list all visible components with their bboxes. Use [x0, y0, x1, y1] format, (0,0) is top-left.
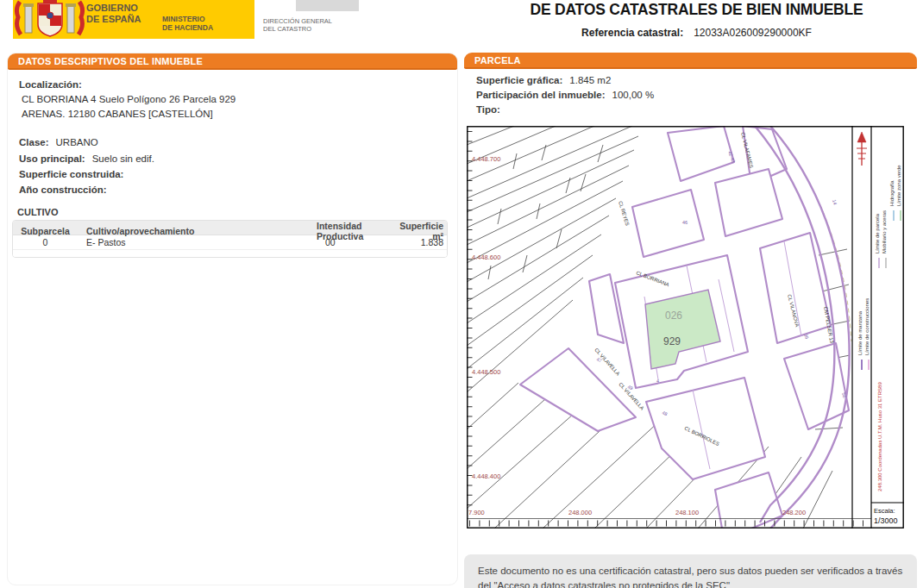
col-cultivo: Cultivo/aprovechamiento [78, 226, 298, 236]
localizacion-line1: CL BORRIANA 4 Suelo Polígono 26 Parcela … [22, 94, 235, 104]
superficie-grafica-label: Superficie gráfica: [476, 75, 562, 85]
header-gray-strip [296, 0, 359, 11]
clase-value: URBANO [56, 137, 98, 147]
disclaimer-box: Este documento no es una certificación c… [464, 554, 917, 588]
legend-limite-zona-verde: Límite zona verde [896, 165, 901, 206]
government-logo-banner: GOBIERNO DE ESPAÑA MINISTERIO DE HACIEND… [13, 0, 254, 39]
ministerio-label: MINISTERIO DE HACIENDA [162, 15, 213, 32]
svg-text:248.100: 248.100 [675, 509, 699, 516]
escala-value: 1/3000 [874, 516, 898, 525]
datos-descriptivos-header: DATOS DESCRIPTIVOS DEL INMUEBLE [8, 53, 457, 70]
svg-text:4: 4 [656, 378, 659, 384]
cell-intensidad: 00 [298, 237, 392, 247]
col-subparcela: Subparcela [13, 226, 78, 236]
cell-superficie: 1.838 [392, 237, 448, 247]
cell-cultivo: E- Pastos [78, 237, 298, 247]
anio-construccion-label: Año construcción: [19, 185, 107, 195]
cultivo-table: Subparcela Cultivo/aprovechamiento Inten… [12, 220, 448, 258]
parcela-header: PARCELA [464, 53, 917, 69]
page-title: DE DATOS CATASTRALES DE BIEN INMUEBLE [479, 1, 914, 19]
cultivo-table-row: 0 E- Pastos 00 1.838 [13, 235, 447, 250]
cultivo-table-header-row: Subparcela Cultivo/aprovechamiento Inten… [13, 221, 447, 235]
participacion-label: Participación del inmueble: [476, 90, 606, 100]
svg-text:4.448.400: 4.448.400 [472, 472, 500, 480]
svg-text:4.448.500: 4.448.500 [472, 368, 500, 376]
participacion-value: 100,00 % [612, 90, 655, 100]
spain-coat-of-arms-icon [13, 0, 86, 39]
cultivo-title: CULTIVO [17, 207, 58, 217]
datos-descriptivos-panel: DATOS DESCRIPTIVOS DEL INMUEBLE [7, 53, 458, 585]
cadastral-map[interactable]: 026 929 CL REYES CL BORRIANA CL VILAVELL… [467, 126, 904, 529]
legend-hidrografia: Hidrografía [889, 180, 895, 206]
cell-subparcela: 0 [13, 237, 78, 247]
gobierno-label: GOBIERNO DE ESPAÑA [86, 3, 141, 25]
clase-label: Clase: [19, 137, 49, 147]
legend-limite-parcela: Límite de parcela [875, 213, 880, 253]
svg-text:4.448.600: 4.448.600 [472, 253, 500, 261]
legend-limite-construcciones: Límite de construcciones [864, 298, 870, 355]
parcela-number-label: 929 [663, 335, 681, 347]
svg-text:7.900: 7.900 [468, 509, 485, 516]
scale-box: Escala: 1/3000 [874, 507, 898, 525]
disclaimer-text: Este documento no es una certificación c… [478, 566, 902, 588]
referencia-label: Referencia catastral: [581, 27, 683, 39]
svg-text:46: 46 [682, 220, 688, 225]
localizacion-line2: ARENAS. 12180 CABANES [CASTELLÓN] [22, 109, 213, 119]
escala-label: Escala: [874, 507, 895, 515]
tipo-label: Tipo: [476, 104, 500, 115]
referencia-value: 12033A026009290000KF [694, 27, 812, 39]
superficie-grafica-value: 1.845 m2 [569, 75, 611, 85]
utm-coordinates-note: 248.300 Coordenadas U.T.M. Huso 31 ETRS8… [877, 382, 882, 491]
svg-text:248.000: 248.000 [568, 509, 592, 516]
manzana-number-label: 026 [665, 310, 682, 322]
cadastral-document-page: GOBIERNO DE ESPAÑA MINISTERIO DE HACIEND… [0, 0, 923, 588]
direccion-general-label: DIRECCIÓN GENERAL DEL CATASTRO [263, 17, 332, 33]
uso-principal-label: Uso principal: [19, 153, 85, 164]
svg-text:248.200: 248.200 [782, 509, 806, 516]
referencia-catastral: Referencia catastral:12033A026009290000K… [479, 27, 914, 39]
legend-limite-manzana: Límite de manzana [857, 310, 863, 355]
localizacion-label: Localización: [19, 79, 82, 90]
legend-mobiliario-aceras: Mobiliario y aceras [882, 210, 887, 253]
uso-principal-value: Suelo sin edif. [92, 153, 154, 164]
svg-text:4.448.700: 4.448.700 [472, 155, 500, 163]
superficie-construida-label: Superficie construida: [19, 169, 123, 179]
